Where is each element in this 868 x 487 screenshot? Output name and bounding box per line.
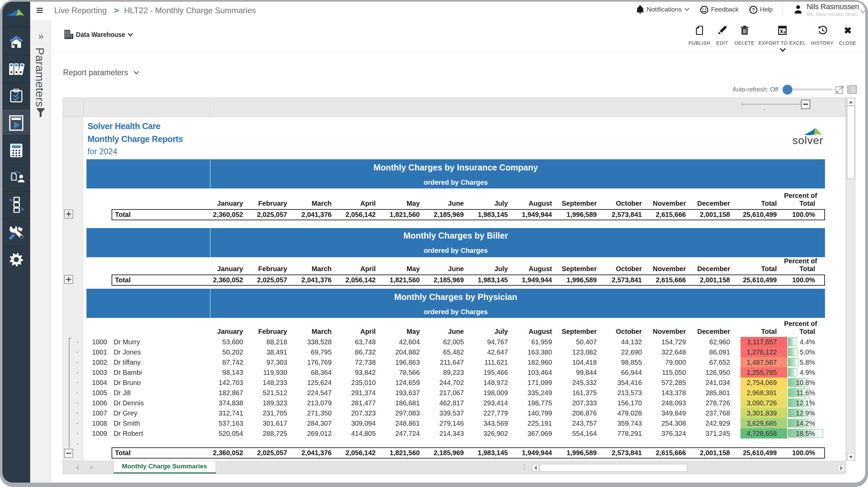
svg-text:?: ? [752,7,755,13]
svg-text:solver: solver [792,134,823,146]
